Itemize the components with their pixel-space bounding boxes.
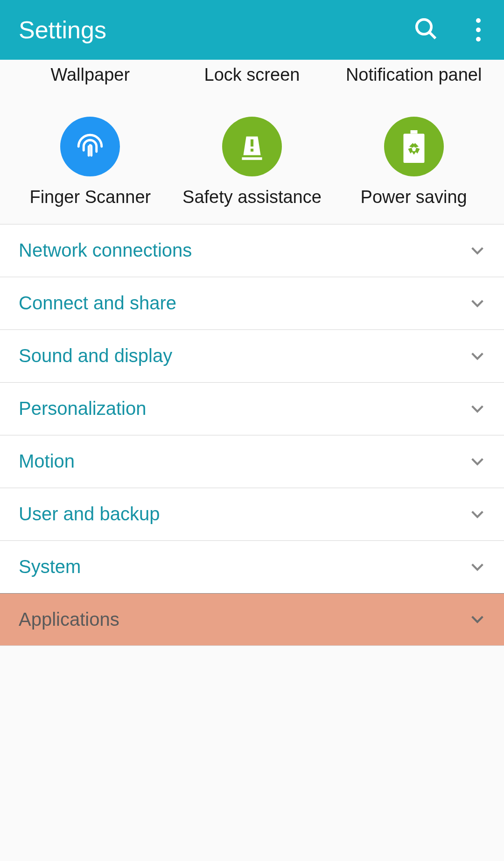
svg-rect-5 [410,130,417,134]
category-label: Personalization [19,398,147,419]
category-label: Applications [19,609,119,630]
header-actions [413,16,485,43]
category-motion[interactable]: Motion [0,435,504,488]
quick-settings-row-top: Wallpaper Lock screen Notification panel [0,60,504,86]
category-label: System [19,556,81,577]
quick-item-wallpaper[interactable]: Wallpaper [9,60,171,86]
svg-rect-4 [242,158,262,161]
search-icon[interactable] [413,16,439,43]
quick-item-lock-screen[interactable]: Lock screen [171,60,333,86]
chevron-down-icon [469,243,485,259]
quick-item-notification-panel[interactable]: Notification panel [333,60,495,86]
svg-rect-3 [251,149,253,152]
page-title: Settings [19,16,106,44]
quick-item-label: Notification panel [346,60,482,86]
quick-item-label: Lock screen [204,60,300,86]
category-network-connections[interactable]: Network connections [0,224,504,277]
quick-item-power-saving[interactable]: Power saving [333,117,495,209]
category-user-and-backup[interactable]: User and backup [0,488,504,540]
quick-item-label: Power saving [361,186,467,209]
quick-item-label: Safety assistance [182,186,322,209]
svg-line-1 [429,32,436,39]
quick-settings-row-bottom: Finger Scanner Safety assistance [0,86,504,209]
quick-item-finger-scanner[interactable]: Finger Scanner [9,117,171,209]
category-personalization[interactable]: Personalization [0,382,504,435]
category-connect-and-share[interactable]: Connect and share [0,277,504,329]
alert-icon [222,117,282,176]
chevron-down-icon [469,295,485,311]
svg-rect-6 [403,134,424,163]
category-system[interactable]: System [0,540,504,593]
chevron-down-icon [469,506,485,522]
category-label: User and backup [19,504,160,525]
category-sound-and-display[interactable]: Sound and display [0,329,504,382]
chevron-down-icon [469,454,485,469]
more-icon[interactable] [476,18,485,42]
category-label: Sound and display [19,345,172,366]
app-header: Settings [0,0,504,60]
svg-rect-2 [251,140,253,147]
chevron-down-icon [469,611,485,627]
category-applications[interactable]: Applications [0,593,504,646]
category-label: Connect and share [19,293,176,314]
chevron-down-icon [469,348,485,364]
quick-item-label: Finger Scanner [29,186,151,209]
quick-item-label: Wallpaper [50,60,130,86]
battery-recycle-icon [384,117,444,176]
category-label: Motion [19,451,75,472]
svg-point-0 [417,20,432,35]
chevron-down-icon [469,559,485,575]
settings-categories-list: Network connections Connect and share So… [0,224,504,646]
fingerprint-icon [60,117,120,176]
quick-item-safety-assistance[interactable]: Safety assistance [171,117,333,209]
category-label: Network connections [19,240,192,261]
chevron-down-icon [469,401,485,417]
